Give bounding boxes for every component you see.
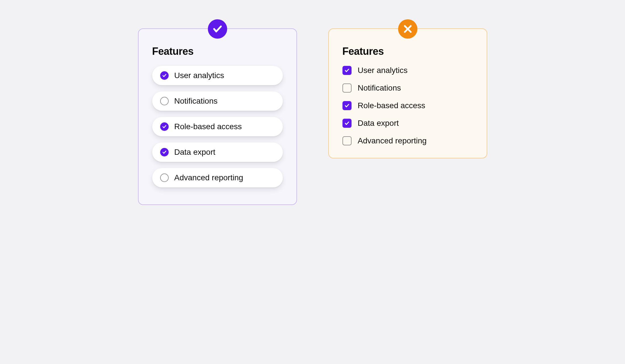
feature-pill[interactable]: Advanced reporting [152,168,283,187]
feature-row[interactable]: Role-based access [342,101,473,110]
bad-example-panel: Features User analytics Notifications Ro… [328,28,487,158]
checked-indicator-icon [160,122,169,131]
panel-title: Features [342,45,473,57]
unchecked-indicator-icon [160,97,169,105]
feature-pill-list: User analytics Notifications Role-based … [152,66,283,187]
good-example-panel: Features User analytics Notifications Ro… [138,28,297,205]
feature-row[interactable]: User analytics [342,66,473,75]
cross-badge-icon [398,19,417,39]
checkbox-unchecked-icon[interactable] [342,136,352,145]
panel-title: Features [152,45,283,57]
feature-label: Role-based access [358,101,425,110]
feature-label: Role-based access [174,122,242,131]
checked-indicator-icon [160,148,169,156]
feature-row[interactable]: Notifications [342,83,473,93]
feature-pill[interactable]: Notifications [152,91,283,111]
feature-pill[interactable]: Data export [152,143,283,162]
feature-pill[interactable]: User analytics [152,66,283,85]
feature-label: Notifications [358,83,401,93]
feature-row[interactable]: Data export [342,119,473,128]
feature-label: Data export [358,119,399,128]
check-badge-icon [208,19,227,39]
feature-row[interactable]: Advanced reporting [342,136,473,145]
feature-pill[interactable]: Role-based access [152,117,283,136]
checkbox-unchecked-icon[interactable] [342,83,352,93]
feature-label: Data export [174,148,216,157]
checkbox-checked-icon[interactable] [342,66,352,75]
feature-label: User analytics [174,71,224,80]
feature-label: User analytics [358,66,408,75]
checked-indicator-icon [160,71,169,80]
unchecked-indicator-icon [160,173,169,182]
feature-label: Advanced reporting [358,136,427,145]
feature-checkbox-list: User analytics Notifications Role-based … [342,66,473,145]
checkbox-checked-icon[interactable] [342,101,352,110]
checkbox-checked-icon[interactable] [342,119,352,128]
feature-label: Advanced reporting [174,173,243,182]
feature-label: Notifications [174,97,218,106]
